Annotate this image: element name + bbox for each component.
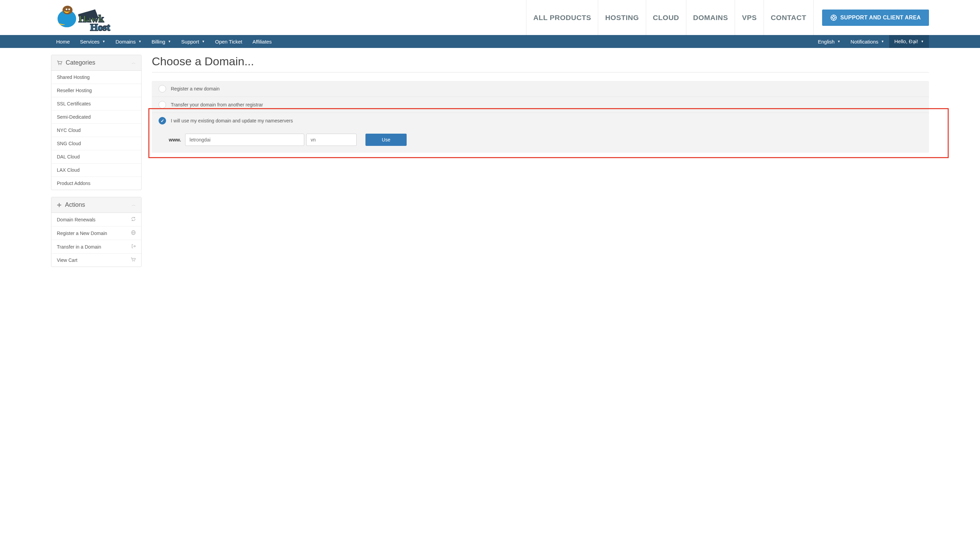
nav-all-products[interactable]: ALL PRODUCTS bbox=[526, 0, 598, 35]
plus-icon bbox=[57, 203, 62, 207]
actions-title: Actions bbox=[65, 201, 85, 208]
cart-icon bbox=[131, 257, 136, 263]
secnav-services[interactable]: Services▼ bbox=[75, 35, 110, 48]
secnav-notifications[interactable]: Notifications▼ bbox=[846, 35, 890, 48]
categories-panel: Categories ︿ Shared Hosting Reseller Hos… bbox=[51, 55, 142, 190]
svg-point-17 bbox=[132, 261, 133, 262]
svg-point-3 bbox=[69, 8, 70, 10]
radio-unchecked-icon bbox=[158, 85, 166, 93]
secondary-nav-left: Home Services▼ Domains▼ Billing▼ Support… bbox=[51, 35, 277, 48]
lifebuoy-icon bbox=[830, 14, 837, 21]
category-item[interactable]: SSL Certificates bbox=[51, 97, 141, 111]
refresh-icon bbox=[131, 217, 136, 222]
svg-text:Host: Host bbox=[90, 22, 110, 33]
option-label: Register a new domain bbox=[171, 86, 219, 91]
top-nav: ALL PRODUCTS HOSTING CLOUD DOMAINS VPS C… bbox=[526, 0, 813, 35]
svg-point-2 bbox=[66, 8, 67, 10]
caret-down-icon: ▼ bbox=[139, 40, 142, 43]
secondary-nav-right: English▼ Notifications▼ Hello, Đại!▼ bbox=[813, 35, 929, 48]
actions-panel-header[interactable]: Actions ︿ bbox=[51, 197, 141, 213]
svg-point-18 bbox=[134, 261, 135, 262]
support-button-label: SUPPORT AND CLIENT AREA bbox=[841, 15, 921, 21]
category-item[interactable]: Semi-Dedicated bbox=[51, 111, 141, 124]
option-register-new[interactable]: Register a new domain bbox=[152, 81, 929, 97]
categories-panel-header[interactable]: Categories ︿ bbox=[51, 55, 141, 71]
action-transfer-domain[interactable]: Transfer in a Domain bbox=[51, 240, 141, 254]
top-header: Hawk Host ALL PRODUCTS HOSTING CLOUD DOM… bbox=[0, 0, 980, 35]
action-register-domain[interactable]: Register a New Domain bbox=[51, 226, 141, 240]
category-item[interactable]: Reseller Hosting bbox=[51, 84, 141, 97]
main-content: Choose a Domain... Register a new domain… bbox=[152, 55, 929, 274]
secondary-nav: Home Services▼ Domains▼ Billing▼ Support… bbox=[0, 35, 980, 48]
nav-vps[interactable]: VPS bbox=[735, 0, 764, 35]
action-view-cart[interactable]: View Cart bbox=[51, 254, 141, 267]
caret-down-icon: ▼ bbox=[202, 40, 205, 43]
category-item[interactable]: Product Addons bbox=[51, 177, 141, 190]
page-body: Categories ︿ Shared Hosting Reseller Hos… bbox=[0, 48, 980, 287]
support-client-area-button[interactable]: SUPPORT AND CLIENT AREA bbox=[822, 10, 929, 26]
caret-down-icon: ▼ bbox=[168, 40, 171, 43]
categories-title: Categories bbox=[66, 59, 95, 66]
domain-name-input[interactable] bbox=[185, 134, 304, 146]
nav-cloud[interactable]: CLOUD bbox=[646, 0, 686, 35]
caret-down-icon: ▼ bbox=[103, 40, 106, 43]
secnav-open-ticket[interactable]: Open Ticket bbox=[210, 35, 247, 48]
logo[interactable]: Hawk Host bbox=[51, 2, 129, 33]
actions-panel: Actions ︿ Domain Renewals Register a New… bbox=[51, 197, 142, 267]
use-button[interactable]: Use bbox=[366, 134, 407, 146]
category-item[interactable]: Shared Hosting bbox=[51, 71, 141, 84]
option-existing-domain[interactable]: I will use my existing domain and update… bbox=[152, 113, 929, 129]
option-label: I will use my existing domain and update… bbox=[171, 118, 293, 124]
secnav-language[interactable]: English▼ bbox=[813, 35, 845, 48]
caret-down-icon: ▼ bbox=[838, 40, 841, 43]
svg-point-1 bbox=[63, 5, 72, 14]
category-item[interactable]: DAL Cloud bbox=[51, 150, 141, 164]
secnav-home[interactable]: Home bbox=[51, 35, 75, 48]
radio-unchecked-icon bbox=[158, 101, 166, 109]
secnav-support[interactable]: Support▼ bbox=[176, 35, 210, 48]
domain-options: Register a new domain Transfer your doma… bbox=[152, 81, 929, 153]
caret-down-icon: ▼ bbox=[921, 40, 924, 43]
option-transfer[interactable]: Transfer your domain from another regist… bbox=[152, 97, 929, 113]
chevron-up-icon: ︿ bbox=[132, 202, 136, 208]
page-title: Choose a Domain... bbox=[152, 55, 929, 72]
category-item[interactable]: NYC Cloud bbox=[51, 124, 141, 137]
nav-domains[interactable]: DOMAINS bbox=[686, 0, 735, 35]
www-prefix-label: www. bbox=[169, 137, 181, 142]
globe-icon bbox=[131, 230, 136, 236]
radio-checked-icon bbox=[158, 117, 166, 124]
nav-contact[interactable]: CONTACT bbox=[764, 0, 813, 35]
domain-tld-input[interactable] bbox=[306, 134, 357, 146]
svg-point-12 bbox=[59, 64, 59, 65]
category-item[interactable]: LAX Cloud bbox=[51, 164, 141, 177]
categories-list: Shared Hosting Reseller Hosting SSL Cert… bbox=[51, 71, 141, 190]
secnav-billing[interactable]: Billing▼ bbox=[147, 35, 176, 48]
cart-icon bbox=[57, 60, 62, 65]
share-icon bbox=[131, 244, 136, 249]
sidebar: Categories ︿ Shared Hosting Reseller Hos… bbox=[51, 55, 142, 274]
svg-point-7 bbox=[832, 16, 835, 19]
domain-form: www. Use bbox=[152, 129, 929, 153]
caret-down-icon: ▼ bbox=[881, 40, 884, 43]
svg-point-13 bbox=[60, 64, 61, 65]
hawkhost-logo-icon: Hawk Host bbox=[51, 3, 126, 33]
action-domain-renewals[interactable]: Domain Renewals bbox=[51, 213, 141, 226]
secnav-affiliates[interactable]: Affiliates bbox=[247, 35, 277, 48]
category-item[interactable]: SNG Cloud bbox=[51, 137, 141, 150]
option-label: Transfer your domain from another regist… bbox=[171, 102, 263, 107]
chevron-up-icon: ︿ bbox=[132, 60, 136, 66]
secnav-domains[interactable]: Domains▼ bbox=[110, 35, 146, 48]
secnav-user-greeting[interactable]: Hello, Đại!▼ bbox=[889, 35, 929, 48]
nav-hosting[interactable]: HOSTING bbox=[598, 0, 645, 35]
actions-list: Domain Renewals Register a New Domain Tr… bbox=[51, 213, 141, 267]
